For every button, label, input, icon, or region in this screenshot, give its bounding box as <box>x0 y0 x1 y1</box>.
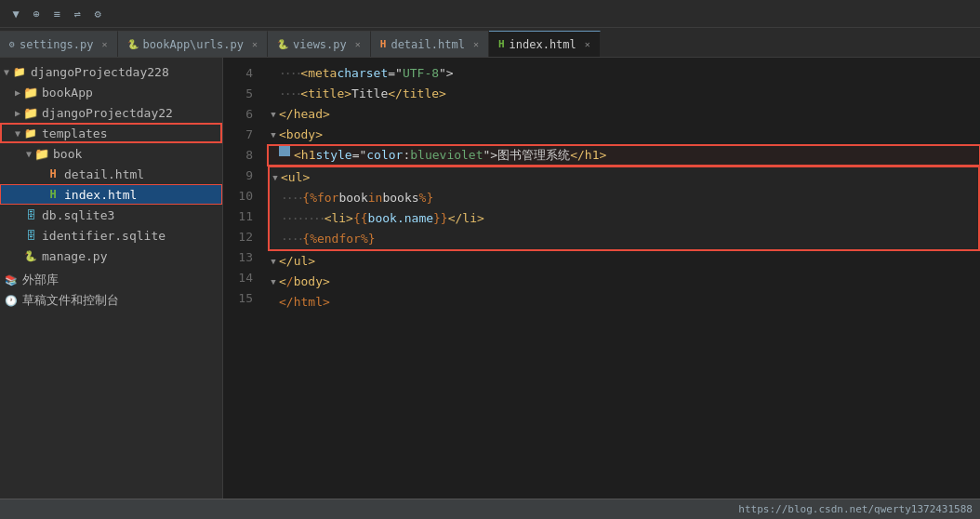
identifier-file-icon: 🗄 <box>23 228 38 243</box>
tab-views[interactable]: 🐍 views.py ✕ <box>268 31 371 57</box>
punct-eq: =" <box>388 63 403 84</box>
sidebar-scratch-console[interactable]: 🕐 草稿文件和控制台 <box>0 290 222 311</box>
line-num-15: 15 <box>223 288 253 309</box>
code-line-11: ········ <li>{{ book.name }}</li> <box>270 208 978 229</box>
tab-settings[interactable]: ⚙ settings.py ✕ <box>0 31 118 57</box>
identifier-sqlite-label: identifier.sqlite <box>42 229 166 243</box>
sidebar-bottom: 📚 外部库 🕐 草稿文件和控制台 <box>0 270 222 311</box>
in-keyword: in <box>368 188 383 208</box>
title-text: Title <box>351 84 388 104</box>
detail-tab-icon: H <box>380 38 387 50</box>
main-area: ▼ 📁 djangoProjectday228 ▶ 📁 bookApp ▶ 📁 … <box>0 58 980 499</box>
indent-4: ···· <box>279 63 300 84</box>
tab-urls-label: bookApp\urls.py <box>143 38 244 51</box>
template-endfor-open: {% <box>302 229 317 249</box>
db-sqlite3-label: db.sqlite3 <box>42 208 114 222</box>
bookapp-folder-icon: 📁 <box>23 85 38 100</box>
book-folder-icon: 📁 <box>34 146 49 161</box>
sidebar-project-root[interactable]: ▼ 📁 djangoProjectday228 <box>0 61 222 82</box>
settings-tab-icon: ⚙ <box>9 39 15 49</box>
add-icon[interactable]: ⊕ <box>28 6 45 22</box>
db-file-icon: 🗄 <box>23 207 38 222</box>
line8-indicator <box>279 145 290 156</box>
status-url: https://blog.csdn.net/qwerty1372431588 <box>738 503 973 515</box>
fold-13: ▼ <box>268 251 279 272</box>
tab-detail[interactable]: H detail.html ✕ <box>371 31 489 57</box>
sidebar-item-templates[interactable]: ▼ 📁 templates <box>0 123 222 143</box>
sidebar-item-djangoprojectday22[interactable]: ▶ 📁 djangoProjectday22 <box>0 102 222 123</box>
gear-icon[interactable]: ⚙ <box>89 6 106 22</box>
line-num-8: 8 <box>223 145 253 166</box>
tag-li-open: <li> <box>324 208 353 229</box>
code-line-13: ▼ </ul> <box>268 251 980 272</box>
scratch-console-label: 草稿文件和控制台 <box>22 292 119 309</box>
tab-index-close[interactable]: ✕ <box>585 39 590 49</box>
menu-icon[interactable]: ▼ <box>7 6 24 22</box>
sidebar-item-db-sqlite3[interactable]: ▶ 🗄 db.sqlite3 <box>0 205 222 225</box>
tag-body-name: body> <box>294 272 330 292</box>
tag-title-close: </title> <box>388 84 446 104</box>
fold-7: ▼ <box>268 125 279 145</box>
tag-head-close: </head> <box>279 104 330 125</box>
templates-arrow: ▼ <box>15 128 20 139</box>
punct-style-eq: =" <box>352 145 367 166</box>
attr-blueviolet: blueviolet <box>410 145 483 166</box>
book-arrow: ▼ <box>26 149 32 159</box>
template-endfor-close: %} <box>361 229 376 249</box>
sidebar: ▼ 📁 djangoProjectday228 ▶ 📁 bookApp ▶ 📁 … <box>0 58 223 499</box>
sidebar-item-detail-html[interactable]: ▶ H detail.html <box>0 164 222 184</box>
code-line-9: ▼ <ul> <box>270 167 978 188</box>
template-block: ▼ <ul> ···· {% for book in books %} ····… <box>268 166 980 251</box>
code-content[interactable]: 4 5 6 7 8 9 10 11 12 13 14 15 ···· <meta… <box>223 58 980 499</box>
djangoprojectday22-arrow: ▶ <box>15 108 20 118</box>
code-line-10: ···· {% for book in books %} <box>270 188 978 208</box>
code-line-15: </html> <box>268 292 980 313</box>
sidebar-item-book[interactable]: ▼ 📁 book <box>0 143 222 164</box>
tag-title-open: <title> <box>300 84 351 104</box>
tab-views-close[interactable]: ✕ <box>355 39 361 49</box>
tab-settings-close[interactable]: ✕ <box>102 39 108 49</box>
external-libs-label: 外部库 <box>22 272 59 288</box>
templates-folder-icon: 📁 <box>23 126 38 140</box>
tag-body-open: <body> <box>279 125 323 145</box>
attr-color: color <box>366 145 403 166</box>
tab-detail-close[interactable]: ✕ <box>473 39 479 49</box>
urls-tab-icon: 🐍 <box>127 39 139 49</box>
line-num-10: 10 <box>223 186 253 206</box>
views-tab-icon: 🐍 <box>277 39 288 49</box>
line-num-5: 5 <box>223 84 253 104</box>
tab-index-label: index.html <box>510 38 576 51</box>
book-label: book <box>53 147 82 161</box>
tag-ul-close: </ul> <box>279 251 315 272</box>
project-icon: 📁 <box>12 64 27 79</box>
line-num-7: 7 <box>223 125 253 145</box>
punct-colon: : <box>403 145 410 166</box>
tab-urls-close[interactable]: ✕ <box>252 39 258 49</box>
swap-icon[interactable]: ⇌ <box>69 6 86 22</box>
sidebar-item-identifier-sqlite[interactable]: ▶ 🗄 identifier.sqlite <box>0 225 222 246</box>
tag-ul-open: <ul> <box>281 167 310 188</box>
code-lines[interactable]: ···· <meta charset="UTF-8"> ···· <title>… <box>260 58 980 499</box>
sidebar-item-manage-py[interactable]: ▶ 🐍 manage.py <box>0 246 222 266</box>
sidebar-item-index-html[interactable]: ▶ H index.html <box>0 184 222 205</box>
line-num-4: 4 <box>223 63 253 84</box>
tab-bookapp-urls[interactable]: 🐍 bookApp\urls.py ✕ <box>118 31 268 57</box>
list-icon[interactable]: ≡ <box>48 6 65 22</box>
h1-chinese-text: 图书管理系统 <box>497 145 570 166</box>
index-tab-icon: H <box>498 38 505 50</box>
sidebar-item-bookapp[interactable]: ▶ 📁 bookApp <box>0 82 222 102</box>
template-var-open: {{ <box>353 208 368 229</box>
scratch-console-icon: 🕐 <box>4 293 19 308</box>
tab-index[interactable]: H index.html ✕ <box>489 31 601 57</box>
templates-label: templates <box>42 126 107 140</box>
manage-py-label: manage.py <box>42 249 107 263</box>
indent-10: ···· <box>281 188 302 208</box>
template-for-open: {% <box>302 188 317 208</box>
index-html-label: index.html <box>64 188 137 202</box>
tab-views-label: views.py <box>293 38 347 51</box>
sidebar-external-libs[interactable]: 📚 外部库 <box>0 270 222 290</box>
template-var-close: }} <box>433 208 448 229</box>
tab-bar: ⚙ settings.py ✕ 🐍 bookApp\urls.py ✕ 🐍 vi… <box>0 28 980 58</box>
djangoprojectday22-folder-icon: 📁 <box>23 105 38 120</box>
template-for-close: %} <box>419 188 434 208</box>
